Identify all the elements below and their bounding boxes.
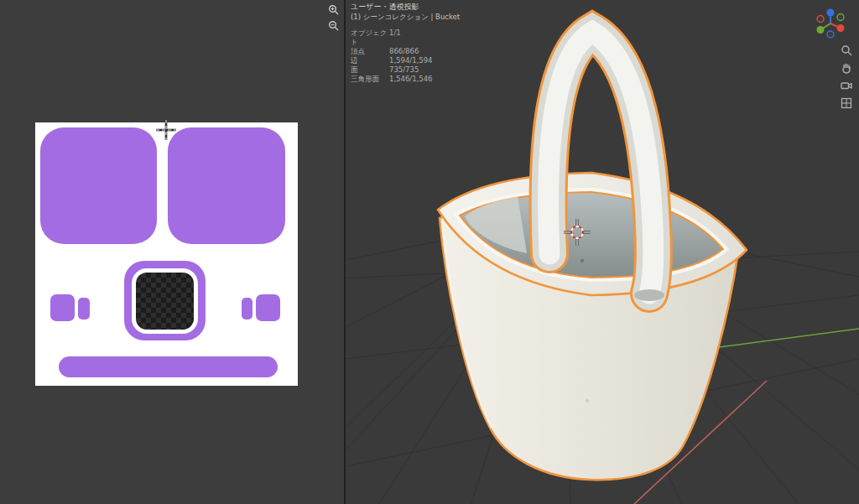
zoom-in-icon[interactable] bbox=[327, 3, 340, 16]
2d-cursor[interactable] bbox=[154, 118, 178, 142]
gizmo-x-axis bbox=[837, 24, 845, 32]
blender-window: ユーザー・透視投影 (1) シーンコレクション | Bucket オブジェクト … bbox=[0, 0, 859, 504]
y-axis-line bbox=[706, 329, 859, 349]
scene-canvas[interactable] bbox=[346, 0, 859, 504]
gizmo-y-axis bbox=[817, 26, 825, 34]
handle-end-cap bbox=[634, 289, 664, 301]
gizmo-x-neg bbox=[817, 16, 824, 23]
gizmo-z-neg bbox=[827, 31, 834, 38]
viewport-side-tools bbox=[840, 44, 853, 110]
gizmo-y-neg bbox=[837, 14, 844, 21]
uv-texture-image[interactable] bbox=[35, 122, 298, 386]
gizmo-z-axis bbox=[827, 9, 835, 17]
uv-island-top-left bbox=[40, 127, 157, 244]
front-face-dot bbox=[586, 399, 589, 403]
3d-viewport[interactable]: ユーザー・透視投影 (1) シーンコレクション | Bucket オブジェクト … bbox=[346, 0, 859, 504]
camera-icon[interactable] bbox=[840, 79, 853, 92]
pan-hand-icon[interactable] bbox=[840, 61, 853, 75]
origin-dot bbox=[580, 259, 585, 263]
uv-island-center-ring bbox=[124, 261, 206, 340]
zoom-out-icon[interactable] bbox=[327, 19, 340, 32]
uv-island-left-strip bbox=[78, 298, 90, 320]
uv-island-right-clip bbox=[256, 294, 280, 321]
uv-island-bottom-bar bbox=[59, 356, 278, 377]
grid-ortho-icon[interactable] bbox=[840, 96, 853, 110]
uv-island-right-strip bbox=[242, 298, 252, 320]
uv-image-editor[interactable] bbox=[0, 0, 344, 504]
uv-island-top-right bbox=[168, 127, 285, 244]
navigation-gizmo[interactable] bbox=[812, 5, 849, 42]
uv-editor-toolbar bbox=[327, 3, 340, 32]
uv-island-left-clip bbox=[50, 294, 75, 321]
zoom-magnifier-icon[interactable] bbox=[840, 44, 853, 57]
bucket-model[interactable] bbox=[438, 32, 747, 480]
alpha-checker-hole bbox=[132, 268, 198, 334]
